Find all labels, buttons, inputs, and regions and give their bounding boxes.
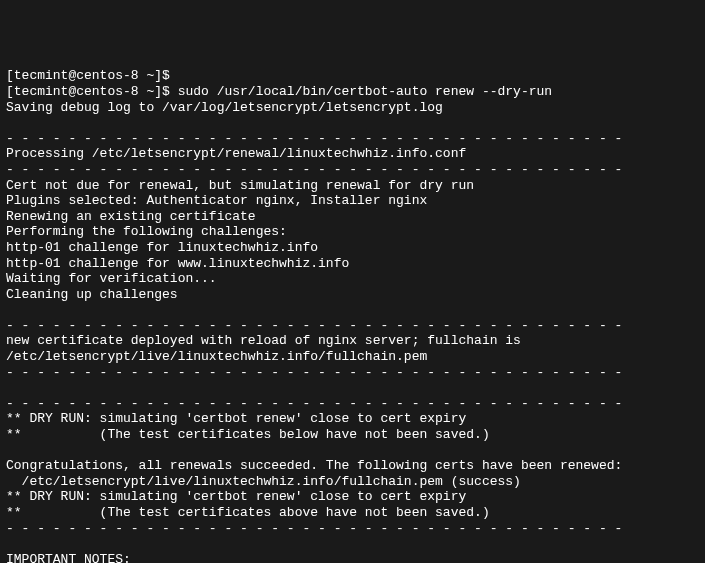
terminal-line: [tecmint@centos-8 ~]$ bbox=[6, 68, 699, 84]
terminal-line: ** DRY RUN: simulating 'certbot renew' c… bbox=[6, 411, 699, 427]
terminal-line: - - - - - - - - - - - - - - - - - - - - … bbox=[6, 318, 699, 334]
terminal-line: ** DRY RUN: simulating 'certbot renew' c… bbox=[6, 489, 699, 505]
terminal-line: - - - - - - - - - - - - - - - - - - - - … bbox=[6, 162, 699, 178]
terminal-line: IMPORTANT NOTES: bbox=[6, 552, 699, 563]
terminal-line: ** (The test certificates below have not… bbox=[6, 427, 699, 443]
terminal-line: - - - - - - - - - - - - - - - - - - - - … bbox=[6, 521, 699, 537]
terminal-line bbox=[6, 115, 699, 131]
terminal-line: /etc/letsencrypt/live/linuxtechwhiz.info… bbox=[6, 349, 699, 365]
terminal-line: http-01 challenge for linuxtechwhiz.info bbox=[6, 240, 699, 256]
terminal-line: Saving debug log to /var/log/letsencrypt… bbox=[6, 100, 699, 116]
terminal-line: Waiting for verification... bbox=[6, 271, 699, 287]
terminal-line: http-01 challenge for www.linuxtechwhiz.… bbox=[6, 256, 699, 272]
terminal-output[interactable]: [tecmint@centos-8 ~]$[tecmint@centos-8 ~… bbox=[6, 68, 699, 563]
terminal-line: - - - - - - - - - - - - - - - - - - - - … bbox=[6, 365, 699, 381]
terminal-line bbox=[6, 443, 699, 459]
terminal-line: - - - - - - - - - - - - - - - - - - - - … bbox=[6, 131, 699, 147]
terminal-line: ** (The test certificates above have not… bbox=[6, 505, 699, 521]
terminal-line: Cleaning up challenges bbox=[6, 287, 699, 303]
terminal-line: Cert not due for renewal, but simulating… bbox=[6, 178, 699, 194]
terminal-line: Renewing an existing certificate bbox=[6, 209, 699, 225]
terminal-line: - - - - - - - - - - - - - - - - - - - - … bbox=[6, 396, 699, 412]
terminal-line bbox=[6, 380, 699, 396]
terminal-line: /etc/letsencrypt/live/linuxtechwhiz.info… bbox=[6, 474, 699, 490]
terminal-line: Processing /etc/letsencrypt/renewal/linu… bbox=[6, 146, 699, 162]
terminal-line: [tecmint@centos-8 ~]$ sudo /usr/local/bi… bbox=[6, 84, 699, 100]
terminal-line: Performing the following challenges: bbox=[6, 224, 699, 240]
terminal-line bbox=[6, 302, 699, 318]
terminal-line: new certificate deployed with reload of … bbox=[6, 333, 699, 349]
terminal-line: Congratulations, all renewals succeeded.… bbox=[6, 458, 699, 474]
terminal-line bbox=[6, 536, 699, 552]
terminal-line: Plugins selected: Authenticator nginx, I… bbox=[6, 193, 699, 209]
